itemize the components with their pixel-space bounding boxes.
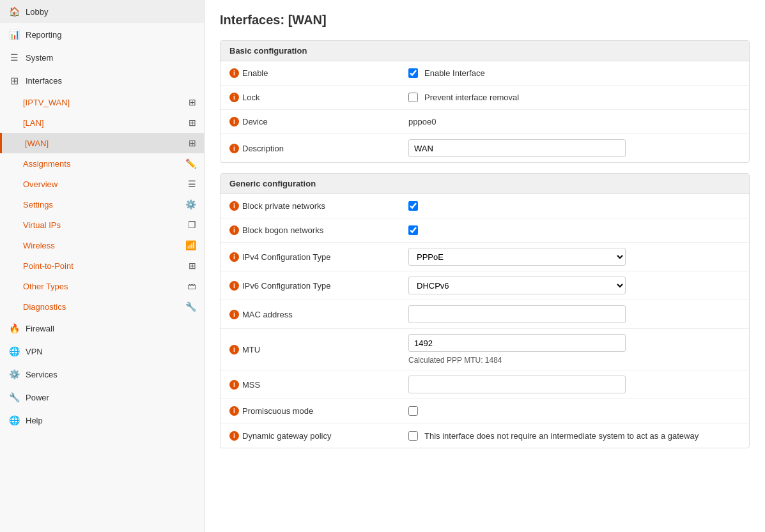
mac-info-icon: i bbox=[229, 310, 239, 319]
sub-label: [WAN] bbox=[25, 139, 189, 148]
mac-address-row: i MAC address bbox=[220, 300, 749, 329]
promiscuous-value bbox=[408, 406, 740, 416]
sub-label: Assignments bbox=[23, 159, 185, 169]
sidebar-item-firewall[interactable]: 🔥 Firewall bbox=[0, 317, 204, 340]
sidebar-item-interfaces[interactable]: ⊞ Interfaces bbox=[0, 69, 204, 92]
mtu-input[interactable] bbox=[408, 334, 626, 352]
mac-address-input[interactable] bbox=[408, 305, 626, 323]
sidebar-item-system[interactable]: ☰ System bbox=[0, 46, 204, 69]
wireless-icon: 📶 bbox=[185, 240, 196, 250]
sub-label: Virtual IPs bbox=[23, 220, 188, 230]
ipv4-config-select[interactable]: PPPoE DHCP Static None bbox=[408, 248, 626, 266]
sub-label: Diagnostics bbox=[23, 302, 185, 312]
sidebar-item-help[interactable]: 🌐 Help bbox=[0, 409, 204, 432]
sidebar-item-settings[interactable]: Settings ⚙️ bbox=[0, 194, 204, 215]
promiscuous-label: i Promiscuous mode bbox=[229, 406, 408, 416]
block-bogon-value bbox=[408, 225, 740, 235]
promiscuous-info-icon: i bbox=[229, 406, 239, 416]
mss-info-icon: i bbox=[229, 380, 239, 390]
block-private-info-icon: i bbox=[229, 201, 239, 211]
device-label: i Device bbox=[229, 117, 408, 126]
ipv6-config-select[interactable]: DHCPv6 Static None SLAAC bbox=[408, 277, 626, 294]
promiscuous-checkbox[interactable] bbox=[408, 406, 418, 416]
mss-input[interactable] bbox=[408, 376, 626, 393]
sidebar-item-label: VPN bbox=[26, 347, 196, 356]
sidebar-item-diagnostics[interactable]: Diagnostics 🔧 bbox=[0, 296, 204, 317]
sidebar-item-overview[interactable]: Overview ☰ bbox=[0, 174, 204, 194]
generic-config-header: Generic configuration bbox=[220, 174, 749, 194]
block-bogon-info-icon: i bbox=[229, 225, 239, 235]
sidebar-item-label: Interfaces bbox=[26, 76, 196, 86]
description-info-icon: i bbox=[229, 144, 239, 153]
firewall-icon: 🔥 bbox=[8, 322, 20, 335]
diagnostics-icon: 🔧 bbox=[185, 301, 196, 312]
enable-row: i Enable Enable Interface bbox=[220, 61, 749, 86]
sub-label: [IPTV_WAN] bbox=[23, 98, 189, 107]
lock-info-icon: i bbox=[229, 93, 239, 102]
description-value bbox=[408, 139, 740, 157]
sidebar-item-power[interactable]: 🔧 Power bbox=[0, 386, 204, 409]
description-input[interactable] bbox=[408, 139, 626, 157]
sidebar-item-vpn[interactable]: 🌐 VPN bbox=[0, 340, 204, 363]
dynamic-gateway-text: This interface does not require an inter… bbox=[424, 431, 699, 441]
sidebar-item-other-types[interactable]: Other Types 🗃 bbox=[0, 276, 204, 296]
mss-value bbox=[408, 376, 740, 393]
sidebar-item-point-to-point[interactable]: Point-to-Point ⊞ bbox=[0, 255, 204, 276]
enable-value: Enable Interface bbox=[408, 68, 740, 78]
lock-checkbox-label: Prevent interface removal bbox=[424, 93, 519, 102]
device-info-icon: i bbox=[229, 117, 239, 126]
sidebar-item-iptv-wan[interactable]: [IPTV_WAN] ⊞ bbox=[0, 92, 204, 112]
sub-label: Wireless bbox=[23, 241, 185, 250]
help-icon: 🌐 bbox=[8, 414, 20, 427]
ipv4-config-label: i IPv4 Configuration Type bbox=[229, 252, 408, 262]
sidebar: 🏠 Lobby 📊 Reporting ☰ System ⊞ Interface… bbox=[0, 0, 205, 532]
sidebar-item-assignments[interactable]: Assignments ✏️ bbox=[0, 153, 204, 174]
device-static: pppoe0 bbox=[408, 117, 436, 126]
ptp-icon: ⊞ bbox=[189, 261, 196, 271]
promiscuous-row: i Promiscuous mode bbox=[220, 399, 749, 423]
sidebar-item-label: Lobby bbox=[26, 7, 196, 17]
device-value: pppoe0 bbox=[408, 117, 740, 126]
ipv4-config-row: i IPv4 Configuration Type PPPoE DHCP Sta… bbox=[220, 243, 749, 271]
block-bogon-row: i Block bogon networks bbox=[220, 218, 749, 243]
sidebar-item-label: Help bbox=[26, 416, 196, 425]
block-private-value bbox=[408, 201, 740, 211]
dynamic-gateway-checkbox[interactable] bbox=[408, 431, 418, 441]
enable-checkbox[interactable] bbox=[408, 68, 418, 78]
block-bogon-label: i Block bogon networks bbox=[229, 225, 408, 235]
wan-icon: ⊞ bbox=[189, 138, 196, 148]
sidebar-item-reporting[interactable]: 📊 Reporting bbox=[0, 23, 204, 46]
block-private-checkbox[interactable] bbox=[408, 201, 418, 211]
enable-info-icon: i bbox=[229, 68, 239, 78]
sub-label: Settings bbox=[23, 200, 185, 209]
sidebar-item-virtual-ips[interactable]: Virtual IPs ❐ bbox=[0, 215, 204, 235]
sidebar-item-label: Reporting bbox=[26, 30, 196, 40]
settings-icon: ⚙️ bbox=[185, 199, 196, 209]
power-icon: 🔧 bbox=[8, 391, 20, 404]
mac-address-value bbox=[408, 305, 740, 323]
interfaces-submenu: [IPTV_WAN] ⊞ [LAN] ⊞ [WAN] ⊞ Assignments… bbox=[0, 92, 204, 317]
block-private-label: i Block private networks bbox=[229, 201, 408, 211]
sidebar-item-lobby[interactable]: 🏠 Lobby bbox=[0, 0, 204, 23]
interfaces-icon: ⊞ bbox=[8, 74, 20, 87]
sidebar-item-services[interactable]: ⚙️ Services bbox=[0, 363, 204, 386]
block-bogon-checkbox[interactable] bbox=[408, 225, 418, 235]
sidebar-item-label: System bbox=[26, 53, 196, 63]
sidebar-item-lan[interactable]: [LAN] ⊞ bbox=[0, 112, 204, 133]
sidebar-item-wireless[interactable]: Wireless 📶 bbox=[0, 235, 204, 255]
services-icon: ⚙️ bbox=[8, 368, 20, 381]
mtu-info-icon: i bbox=[229, 345, 239, 354]
lock-value: Prevent interface removal bbox=[408, 93, 740, 102]
sub-label: [LAN] bbox=[23, 118, 189, 128]
sidebar-item-wan[interactable]: [WAN] ⊞ bbox=[0, 133, 204, 153]
ipv6-config-value: DHCPv6 Static None SLAAC bbox=[408, 277, 740, 294]
enable-checkbox-label: Enable Interface bbox=[424, 68, 485, 78]
assignments-icon: ✏️ bbox=[185, 158, 196, 169]
lock-checkbox[interactable] bbox=[408, 93, 418, 102]
mss-label: i MSS bbox=[229, 380, 408, 390]
ipv6-info-icon: i bbox=[229, 281, 239, 291]
iptv-wan-icon: ⊞ bbox=[189, 97, 196, 107]
ipv4-info-icon: i bbox=[229, 252, 239, 262]
generic-config-section: Generic configuration i Block private ne… bbox=[220, 173, 750, 448]
mtu-sub-text: Calculated PPP MTU: 1484 bbox=[408, 356, 740, 365]
